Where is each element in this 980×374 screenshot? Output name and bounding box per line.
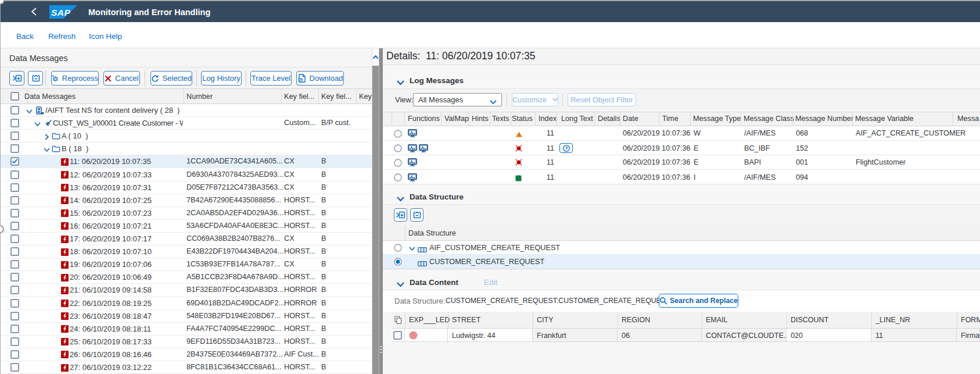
svg-text:XML: XML — [297, 79, 303, 81]
svg-text:SAP: SAP — [51, 8, 71, 17]
svg-text:?: ? — [565, 145, 568, 151]
